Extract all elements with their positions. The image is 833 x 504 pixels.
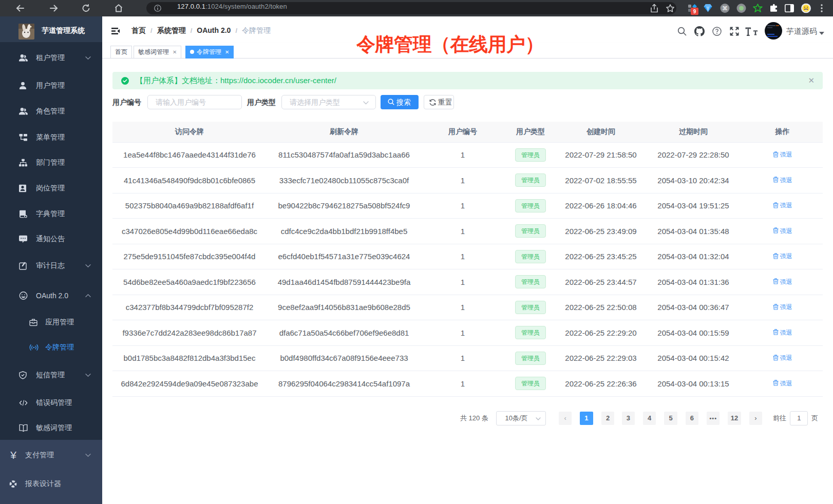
svg-text:⌘: ⌘ — [722, 5, 728, 11]
svg-text:¥: ¥ — [10, 450, 16, 460]
svg-text:9: 9 — [693, 9, 696, 14]
